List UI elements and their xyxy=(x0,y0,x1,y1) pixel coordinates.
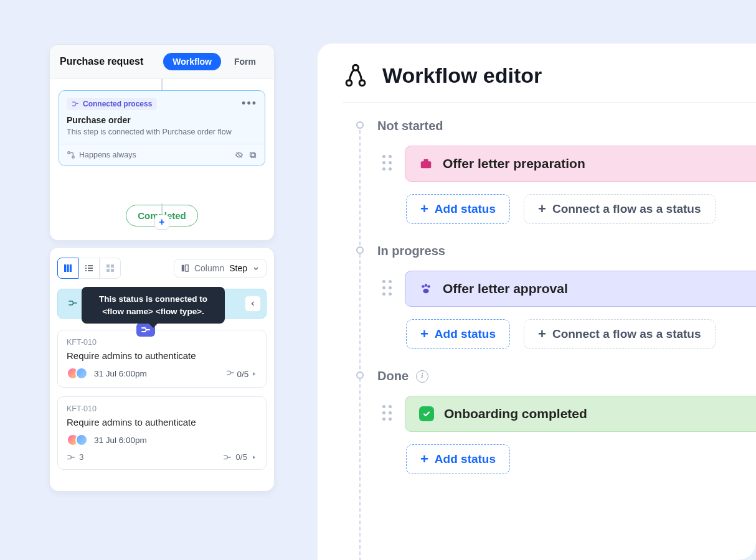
copy-icon[interactable] xyxy=(248,151,257,159)
connected-process-label: Connected process xyxy=(83,100,152,108)
view-board-button[interactable] xyxy=(57,258,78,279)
svg-rect-13 xyxy=(106,264,110,268)
task-meta: 31 Jul 6:00pm 0/5 xyxy=(67,367,257,380)
add-step-button[interactable]: + xyxy=(154,215,169,230)
assignee-avatars[interactable] xyxy=(67,434,88,446)
board-panel: Column Step This status is connected to … xyxy=(50,248,274,491)
drag-handle[interactable] xyxy=(382,405,394,422)
svg-point-25 xyxy=(425,284,427,286)
chevron-left-icon xyxy=(249,300,257,307)
svg-rect-17 xyxy=(182,265,184,272)
connect-flow-button[interactable]: +Connect a flow as a status xyxy=(524,194,715,224)
tab-form[interactable]: Form xyxy=(225,53,265,70)
status-offer-prep[interactable]: Offer letter preparation xyxy=(405,146,756,182)
task-card[interactable]: KFT-010 Require admins to authenticate 3… xyxy=(57,330,267,388)
stage-done: Done i Onboarding completed +Add status xyxy=(356,369,756,474)
workflow-editor-panel: Workflow editor Not started Offer letter… xyxy=(318,44,756,560)
drag-handle[interactable] xyxy=(382,155,394,172)
condition-icon xyxy=(67,151,75,159)
status-label: Onboarding completed xyxy=(444,406,587,421)
connector-line xyxy=(161,79,163,90)
board-toolbar: Column Step xyxy=(57,258,267,279)
grid-icon xyxy=(105,263,115,273)
svg-point-26 xyxy=(427,285,430,287)
task-date: 31 Jul 6:00pm xyxy=(94,436,147,445)
add-status-button[interactable]: +Add status xyxy=(406,444,510,474)
task-title: Require admins to authenticate xyxy=(67,350,257,361)
step-footer: Happens always xyxy=(59,144,265,166)
visibility-icon[interactable] xyxy=(235,151,243,159)
connect-flow-button[interactable]: +Connect a flow as a status xyxy=(524,319,715,349)
panel-body: Connected process ••• Purchase order Thi… xyxy=(50,79,274,240)
workflow-step-card[interactable]: Connected process ••• Purchase order Thi… xyxy=(59,90,265,166)
subtask-icon xyxy=(226,368,235,377)
flow-icon xyxy=(72,100,79,108)
happens-label: Happens always xyxy=(79,151,136,159)
more-icon[interactable]: ••• xyxy=(242,97,257,110)
svg-rect-22 xyxy=(421,161,432,168)
actions-row: +Add status xyxy=(406,444,756,474)
editor-title: Workflow editor xyxy=(382,63,542,88)
column-header[interactable]: This status is connected to <flow name> … xyxy=(57,289,267,319)
column-select[interactable]: Column Step xyxy=(174,259,267,278)
task-card[interactable]: KFT-010 Require admins to authenticate 3… xyxy=(57,396,267,470)
task-footer: 3 0/5 xyxy=(67,452,257,462)
drag-handle[interactable] xyxy=(382,280,394,297)
column-flow-icon xyxy=(68,298,78,308)
svg-rect-18 xyxy=(186,265,188,272)
column-collapse-button[interactable] xyxy=(245,296,261,312)
stage-label: In progress xyxy=(377,244,756,258)
svg-rect-8 xyxy=(88,265,93,266)
svg-rect-7 xyxy=(85,265,87,266)
add-status-button[interactable]: +Add status xyxy=(406,194,510,224)
svg-rect-6 xyxy=(70,264,72,272)
actions-row: +Add status +Connect a flow as a status xyxy=(406,194,756,224)
tooltip-line: This status is connected to xyxy=(90,293,216,306)
actions-row: +Add status +Connect a flow as a status xyxy=(406,319,756,349)
canvas: Purchase request Workflow Form Connected… xyxy=(0,0,756,560)
svg-rect-16 xyxy=(111,269,114,272)
editor-header: Workflow editor xyxy=(343,62,756,103)
view-switch xyxy=(57,258,121,279)
subtask-count: 3 xyxy=(67,452,84,462)
info-icon[interactable]: i xyxy=(416,370,428,383)
avatar xyxy=(75,367,88,380)
view-list-button[interactable] xyxy=(78,258,100,279)
column-icon xyxy=(181,264,189,273)
chevron-down-icon xyxy=(252,264,260,272)
status-row: Offer letter preparation xyxy=(382,146,756,182)
briefcase-icon xyxy=(419,157,433,170)
status-label: Offer letter approval xyxy=(443,281,568,296)
status-onboarding[interactable]: Onboarding completed xyxy=(405,396,756,432)
task-counter: 0/5 xyxy=(223,452,257,462)
step-description: This step is connected with Purchase ord… xyxy=(59,128,265,144)
svg-rect-15 xyxy=(106,269,110,272)
add-status-button[interactable]: +Add status xyxy=(406,319,510,349)
status-offer-approval[interactable]: Offer letter approval xyxy=(405,271,756,307)
task-id: KFT-010 xyxy=(67,404,257,413)
subtask-icon xyxy=(223,453,232,462)
status-tooltip: This status is connected to <flow name> … xyxy=(82,287,225,324)
svg-rect-9 xyxy=(85,268,87,269)
task-meta: 31 Jul 6:00pm xyxy=(67,434,257,446)
svg-point-24 xyxy=(422,285,424,287)
board-icon xyxy=(63,263,73,273)
stage-dot xyxy=(356,246,364,254)
chevron-right-icon[interactable] xyxy=(251,454,257,460)
tooltip-line: <flow name> <flow type>. xyxy=(90,306,216,318)
status-row: Offer letter approval xyxy=(382,271,756,307)
status-row: Onboarding completed xyxy=(382,396,756,432)
view-grid-button[interactable] xyxy=(100,258,121,279)
svg-rect-11 xyxy=(85,270,87,271)
avatar xyxy=(75,434,88,446)
task-id: KFT-010 xyxy=(67,338,257,347)
tab-workflow[interactable]: Workflow xyxy=(163,53,221,70)
stage-not-started: Not started Offer letter preparation +Ad… xyxy=(356,119,756,224)
list-icon xyxy=(84,263,94,273)
column-label: Column xyxy=(194,263,224,273)
svg-rect-5 xyxy=(67,264,69,272)
svg-rect-4 xyxy=(64,264,66,272)
assignee-avatars[interactable] xyxy=(67,367,88,380)
chevron-right-icon[interactable] xyxy=(251,371,257,377)
stage-label: Done i xyxy=(377,369,756,383)
